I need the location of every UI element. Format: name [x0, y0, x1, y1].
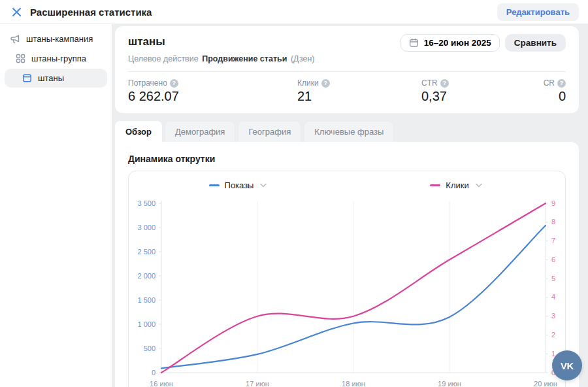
- svg-text:2: 2: [551, 331, 555, 339]
- chart-legend: Показы Клики: [129, 180, 565, 190]
- banner-icon: [22, 73, 32, 83]
- sidebar-item-label: штаны: [38, 73, 64, 83]
- stat-clicks: Клики? 21: [297, 78, 421, 104]
- megaphone-icon: [10, 34, 20, 44]
- stat-cr: CR? 0: [544, 78, 566, 104]
- stat-label: CTR: [421, 78, 438, 88]
- stat-value: 6 262.07: [128, 89, 297, 104]
- stats-tabs: Обзор Демография География Ключевые фраз…: [115, 121, 579, 142]
- goal-label: Целевое действие: [128, 54, 199, 63]
- tab-geography[interactable]: География: [238, 121, 301, 142]
- stats-row: Потрачено? 6 262.07 Клики? 21 CTR? 0,37 …: [128, 78, 566, 104]
- edit-button[interactable]: Редактировать: [497, 3, 579, 21]
- sidebar-item-group[interactable]: штаны-группа: [5, 49, 107, 68]
- stat-spent: Потрачено? 6 262.07: [128, 78, 297, 104]
- svg-text:0: 0: [152, 369, 155, 377]
- svg-text:6: 6: [551, 256, 555, 263]
- impressions-line-swatch: [209, 184, 220, 186]
- sidebar-item-campaign[interactable]: штаны-кампания: [5, 29, 107, 48]
- svg-text:500: 500: [144, 345, 155, 352]
- close-icon[interactable]: [9, 5, 24, 19]
- help-icon[interactable]: ?: [321, 79, 330, 88]
- svg-text:2 000: 2 000: [137, 272, 155, 280]
- svg-text:5: 5: [551, 275, 555, 282]
- svg-text:17 июн: 17 июн: [246, 380, 269, 387]
- legend-label: Показы: [225, 180, 254, 190]
- svg-text:20 июн: 20 июн: [534, 380, 557, 387]
- svg-text:7: 7: [551, 237, 555, 244]
- svg-text:3 500: 3 500: [137, 199, 155, 207]
- vk-logo-icon: VK: [561, 360, 574, 371]
- svg-text:3: 3: [551, 312, 555, 320]
- calendar-icon: [409, 38, 419, 48]
- help-icon[interactable]: ?: [557, 79, 566, 88]
- legend-clicks-select[interactable]: Клики: [430, 180, 482, 190]
- sidebar-tree: штаны-кампания штаны-группа штаны: [0, 24, 112, 387]
- tab-overview[interactable]: Обзор: [115, 121, 162, 142]
- topbar: Расширенная статистика Редактировать: [0, 0, 588, 24]
- tab-demography[interactable]: Демография: [165, 121, 235, 142]
- legend-label: Клики: [446, 180, 468, 190]
- stat-value: 21: [297, 89, 421, 104]
- svg-text:8: 8: [551, 218, 555, 226]
- svg-text:1 500: 1 500: [137, 296, 155, 304]
- date-range-picker[interactable]: 16–20 июн 2025: [400, 34, 500, 52]
- goal-note: (Дзен): [291, 54, 315, 63]
- ad-title: штаны: [128, 34, 165, 48]
- sidebar-item-label: штаны-кампания: [26, 34, 93, 44]
- compare-button[interactable]: Сравнить: [505, 34, 566, 52]
- date-range-value: 16–20 июн 2025: [424, 38, 491, 48]
- stat-label: Потрачено: [128, 78, 167, 88]
- dynamics-line-chart[interactable]: 05001 0001 5002 0002 5003 0003 500012345…: [129, 195, 565, 387]
- help-icon[interactable]: ?: [440, 79, 449, 88]
- svg-text:16 июн: 16 июн: [150, 380, 173, 387]
- main-area: штаны 16–20 июн 2025 Сравнить: [112, 24, 588, 387]
- tab-keywords[interactable]: Ключевые фразы: [304, 121, 394, 142]
- section-title: Динамика открутки: [128, 154, 566, 164]
- svg-text:19 июн: 19 июн: [438, 380, 461, 387]
- svg-text:3 000: 3 000: [137, 224, 155, 231]
- sidebar-item-ad[interactable]: штаны: [5, 69, 107, 88]
- svg-text:18 июн: 18 июн: [342, 380, 365, 387]
- stat-value: 0,37: [421, 89, 544, 104]
- chevron-down-icon: [260, 183, 267, 188]
- svg-text:4: 4: [551, 293, 555, 301]
- overview-panel: Динамика открутки Показы: [115, 142, 579, 387]
- svg-text:9: 9: [551, 199, 555, 207]
- stat-label: Клики: [297, 78, 319, 88]
- ad-summary-card: штаны 16–20 июн 2025 Сравнить: [115, 26, 579, 113]
- goal-value: Продвижение статьи: [202, 54, 287, 63]
- stat-ctr: CTR? 0,37: [421, 78, 544, 104]
- svg-text:1 000: 1 000: [137, 320, 155, 328]
- stat-value: 0: [544, 89, 566, 104]
- page-title: Расширенная статистика: [30, 7, 152, 18]
- legend-impressions-select[interactable]: Показы: [209, 180, 267, 190]
- clicks-line-swatch: [430, 184, 440, 186]
- svg-text:2 500: 2 500: [137, 248, 155, 256]
- stat-label: CR: [544, 78, 555, 88]
- dynamics-chart-card: Показы Клики: [128, 171, 566, 387]
- chevron-down-icon: [476, 183, 482, 188]
- vk-support-badge[interactable]: VK: [552, 350, 582, 380]
- grid-icon: [16, 54, 25, 63]
- goal-line: Целевое действие Продвижение статьи (Дзе…: [128, 54, 566, 63]
- help-icon[interactable]: ?: [170, 79, 178, 88]
- sidebar-item-label: штаны-группа: [31, 54, 86, 63]
